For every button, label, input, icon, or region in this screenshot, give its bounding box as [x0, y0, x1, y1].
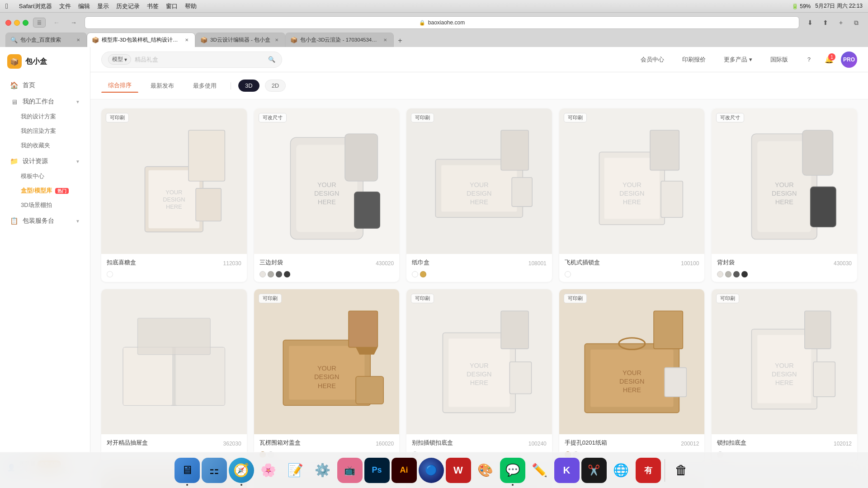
filter-tag-3d[interactable]: 3D [238, 80, 259, 92]
filter-tab-comprehensive[interactable]: 综合排序 [101, 79, 138, 93]
color-dot-5-2[interactable] [725, 271, 731, 277]
dock-photoshop[interactable]: Ps [364, 458, 390, 483]
dock-safari[interactable]: 🧭 [229, 458, 254, 483]
product-card-1[interactable]: YOUR DESIGN HERE 可印刷 扣底喜糖盒 112030 [101, 108, 247, 282]
more-products-link[interactable]: 更多产品 ▾ [718, 53, 758, 66]
dock-pstouch[interactable]: 🎨 [473, 458, 498, 483]
menubar-history[interactable]: 历史记录 [116, 2, 140, 10]
menubar-view[interactable]: 显示 [97, 2, 109, 10]
search-prefix[interactable]: 模型 ▾ [108, 54, 131, 65]
product-card-2[interactable]: YOUR DESIGN HERE 可改尺寸 三边封袋 430020 [254, 108, 400, 282]
dock-trash[interactable]: 🗑 [669, 458, 694, 483]
color-dot-2-3[interactable] [276, 271, 282, 277]
dock-illustrator[interactable]: Ai [392, 458, 417, 483]
dock-finder[interactable]: 🖥 [175, 458, 200, 483]
sidebar-sub-scenes[interactable]: 3D场景棚拍 [15, 198, 87, 212]
tabs-overview[interactable]: ⧉ [850, 18, 863, 28]
sidebar-sub-models[interactable]: 盒型/模型库 热门 [15, 183, 87, 198]
color-dot-3-1[interactable] [412, 271, 418, 277]
add-tab-button[interactable]: + [394, 34, 406, 47]
product-card-9[interactable]: YOUR DESIGN HERE 可印刷 手提孔0201纸箱 200012 [559, 289, 705, 463]
help-button[interactable]: ？ [801, 53, 817, 66]
sidebar-sub-design[interactable]: 我的设计方案 [15, 109, 87, 124]
sidebar-resources-label: 设计资源 [23, 157, 48, 165]
dock-cinema4d[interactable]: 🔵 [419, 458, 444, 483]
address-bar[interactable]: 🔒 baoxiaohe.com [85, 16, 799, 29]
dock-notes[interactable]: 📝 [283, 458, 308, 483]
bilibili-icon: 📺 [344, 465, 355, 476]
menubar-file[interactable]: 文件 [59, 2, 71, 10]
color-dot-2-4[interactable] [284, 271, 290, 277]
tab-3[interactable]: 📦 3D云设计编辑器 - 包小盒 ✕ [195, 33, 285, 47]
sidebar-sub-collect[interactable]: 我的收藏夹 [15, 138, 87, 153]
tab-close-4[interactable]: ✕ [382, 37, 389, 44]
dock-youdao[interactable]: 有 [636, 458, 661, 483]
print-quote-link[interactable]: 印刷报价 [677, 53, 711, 66]
international-link[interactable]: 国际版 [765, 53, 793, 66]
color-dot-2-2[interactable] [268, 271, 274, 277]
search-bar[interactable]: 模型 ▾ 精品礼盒 🔍 [101, 52, 282, 68]
color-dot-5-1[interactable] [717, 271, 723, 277]
apple-menu[interactable]:  [5, 2, 8, 10]
minimize-button[interactable] [14, 20, 20, 26]
tab-1[interactable]: 🔍 包小盒_百度搜索 ✕ [5, 33, 87, 47]
sidebar-item-home[interactable]: 🏠 首页 [3, 78, 87, 93]
dock-photos[interactable]: 🌸 [256, 458, 281, 483]
menubar-edit[interactable]: 编辑 [78, 2, 90, 10]
product-card-10[interactable]: YOUR DESIGN HERE 可印刷 锁扣扣底盒 102012 [712, 289, 857, 463]
tab-4[interactable]: 📦 包小盒-3D云渲染 - 17030453486 的未命名的渲染 - 营销..… [285, 33, 394, 47]
product-card-5[interactable]: YOUR DESIGN HERE 可改尺寸 背封袋 430030 [712, 108, 857, 282]
share-button[interactable]: ⬆ [819, 18, 832, 28]
tab-close-2[interactable]: ✕ [183, 37, 190, 44]
color-dot-4-1[interactable] [565, 271, 571, 277]
dock-capcut[interactable]: ✂️ [581, 458, 607, 483]
search-icon[interactable]: 🔍 [268, 56, 275, 63]
product-card-8[interactable]: YOUR DESIGN HERE 可印刷 别扣插锁扣底盒 100240 [406, 289, 552, 463]
tab-2[interactable]: 📦 模型库-3D包装样机_结构设计_模型渲染 - 包小盒 ✕ [87, 33, 195, 47]
tab-close-3[interactable]: ✕ [273, 37, 280, 44]
product-card-4[interactable]: YOUR DESIGN HERE 可印刷 飞机式插锁盒 100100 [559, 108, 705, 282]
menubar-window[interactable]: 窗口 [166, 2, 178, 10]
product-card-6[interactable]: 对开精品抽屉盒 362030 [101, 289, 247, 463]
browser-controls: ☰ ← → 🔒 baoxiaohe.com ⬇ ⬆ + ⧉ [5, 16, 863, 29]
menubar-right: 🔋 59% 5月27日 周六 22:13 [792, 2, 863, 10]
download-button[interactable]: ⬇ [804, 18, 816, 28]
fullscreen-button[interactable] [23, 20, 28, 26]
sidebar-packaging-header[interactable]: 📋 包装服务台 ▼ [3, 213, 87, 229]
dock-launchpad[interactable]: ⚏ [202, 458, 227, 483]
dock-klokki[interactable]: K [554, 458, 580, 483]
dock-wps[interactable]: W [446, 458, 471, 483]
color-dot-2-1[interactable] [259, 271, 266, 277]
sidebar-resources-header[interactable]: 📁 设计资源 ▼ [3, 154, 87, 169]
sidebar-workspace-header[interactable]: 🖥 我的工作台 ▼ [3, 94, 87, 109]
back-button[interactable]: ← [50, 18, 63, 28]
sidebar-sub-templates[interactable]: 模板中心 [15, 169, 87, 183]
color-dot-1-1[interactable] [107, 271, 113, 277]
menubar-safari[interactable]: Safari浏览器 [19, 2, 52, 10]
filter-tab-newest[interactable]: 最新发布 [144, 79, 181, 93]
notification-button[interactable]: 🔔 1 [825, 55, 834, 64]
sidebar-toggle[interactable]: ☰ [33, 18, 46, 28]
product-card-7[interactable]: YOUR DESIGN HERE 可印刷 瓦楞围箱对盖盒 160020 [254, 289, 400, 463]
dock-pencil[interactable]: ✏️ [527, 458, 552, 483]
color-dot-5-4[interactable] [741, 271, 748, 277]
menubar-help[interactable]: 帮助 [185, 2, 197, 10]
dock-bilibili[interactable]: 📺 [337, 458, 363, 483]
dock-settings[interactable]: ⚙️ [310, 458, 335, 483]
sidebar-sub-render[interactable]: 我的渲染方案 [15, 124, 87, 138]
color-dot-3-2[interactable] [420, 271, 426, 277]
color-dot-5-3[interactable] [733, 271, 740, 277]
forward-button[interactable]: → [67, 18, 80, 28]
tab-close-1[interactable]: ✕ [75, 37, 82, 44]
user-avatar[interactable]: PRO [841, 52, 857, 68]
member-center-link[interactable]: 会员中心 [635, 53, 670, 66]
dock-wechat[interactable]: 💬 [500, 458, 525, 483]
new-tab-plus[interactable]: + [835, 18, 847, 28]
product-card-3[interactable]: YOUR DESIGN HERE 可印刷 纸巾盒 108001 [406, 108, 552, 282]
filter-tab-popular[interactable]: 最多使用 [186, 79, 223, 93]
dock-chrome[interactable]: 🌐 [609, 458, 634, 483]
filter-tag-2d[interactable]: 2D [265, 80, 286, 92]
close-button[interactable] [5, 20, 11, 26]
menubar-bookmarks[interactable]: 书签 [147, 2, 159, 10]
tab-title-2: 模型库-3D包装样机_结构设计_模型渲染 - 包小盒 [102, 37, 180, 43]
